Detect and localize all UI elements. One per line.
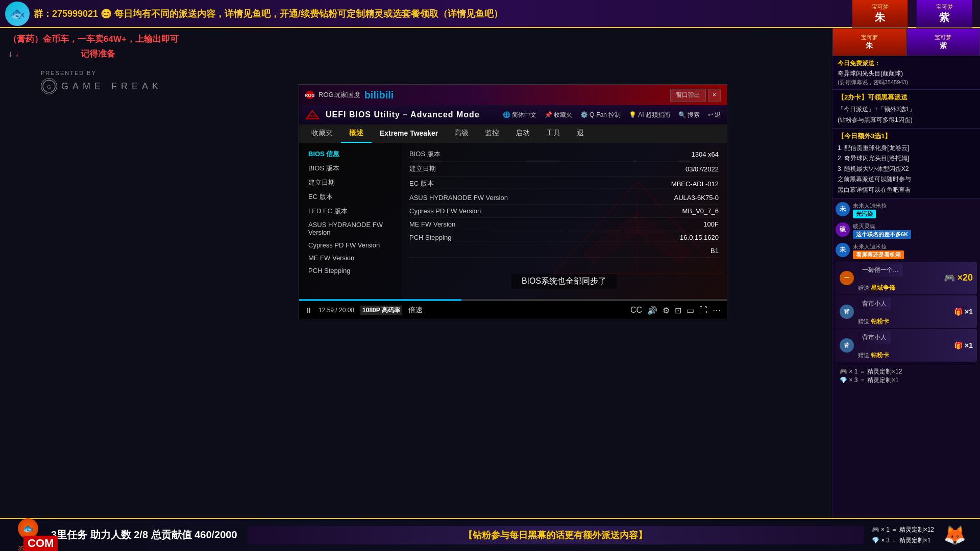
subtitle-icon[interactable]: CC [630, 306, 642, 315]
toolbar-exit[interactable]: ↩ 退 [708, 111, 721, 119]
toolbar-language[interactable]: 🌐 简体中文 [503, 111, 536, 119]
nav-boot[interactable]: 启动 [507, 124, 538, 143]
chat-avatar-2: 破 [836, 222, 850, 237]
poke-red-name: 朱 [866, 41, 873, 51]
nav-advanced[interactable]: 高级 [446, 124, 477, 143]
sidebar-bios-info[interactable]: BIOS 信息 [303, 147, 397, 161]
sidebar-me-fw[interactable]: ME FW Version [303, 252, 397, 264]
announcement-area: （膏药）金币车，一车卖64W+，上输出即可 ↓ ↓ 记得准备 [0, 28, 832, 65]
chat-badge-3: 看屏幕还是看机箱 [853, 251, 904, 259]
chat-message-2: 破 破灭灵魂 这个联名的差不多6K [836, 221, 977, 240]
video-progress-bar[interactable] [299, 299, 727, 301]
ctrl-icons: CC 🔊 ⚙ ⊡ ▭ ⛶ ⋯ [630, 306, 721, 315]
announcement-line1: （膏药）金币车，一车卖64W+，上输出即可 [8, 32, 824, 46]
sidebar-hydranode[interactable]: ASUS HYDRANODE FW Version [303, 218, 397, 239]
play-pause-btn[interactable]: ⏸ [305, 306, 312, 314]
poke-red-card: 宝可梦 朱 [832, 28, 906, 56]
gift-avatar-1: 一 [840, 271, 854, 285]
sidebar-build-date[interactable]: 建立日期 [303, 176, 397, 190]
poke-purple-card: 宝可梦 紫 [906, 28, 981, 56]
gift-msg-3: 背 背市小人 赠送 钻粉卡 🎁 ×1 [836, 329, 977, 362]
pokemon-card-purple: 宝可梦 紫 [914, 0, 975, 28]
bonus-item-3: 3. 随机最大\小体型闪蛋X2 [838, 164, 975, 174]
bottom-character-icon: 🦊 [939, 520, 970, 550]
pokemon-header-cards: 宝可梦 朱 宝可梦 紫 [832, 28, 980, 56]
right-panel: 宝可梦 朱 宝可梦 紫 今日免费派送： 奇异球闪光头目(颠颠球) (要领弹幕说，… [832, 28, 980, 518]
close-btn[interactable]: × [708, 89, 721, 102]
bios-main-panel: BIOS 版本 1304 x64 建立日期 03/07/2022 EC 版本 M… [401, 143, 727, 299]
bottom-reward-1: 🎮 × 1 ＝ 精灵定制×12 [872, 525, 934, 534]
gift-avatar-3: 背 [840, 338, 854, 353]
reward-line-2: 💎 × 3 ＝ 精灵定制×1 [840, 376, 973, 385]
volume-icon[interactable]: 🔊 [647, 306, 657, 315]
fullscreen-icon[interactable]: ⛶ [699, 306, 707, 315]
gift-icon-2: 🎁 ×1 [954, 308, 973, 316]
pip-icon[interactable]: ⊡ [675, 306, 681, 315]
video-quality[interactable]: 1080P 高码率 [360, 306, 402, 315]
nav-overview[interactable]: 概述 [341, 124, 372, 143]
gift-icon-1: 🎮 ×20 [944, 272, 973, 284]
game-freak-icon: G [41, 78, 57, 94]
toolbar-bookmark[interactable]: 📌 收藏夹 [545, 111, 572, 119]
gift-msg-1: 一 一砖偿一个… 赠送 星域争锋 🎮 ×20 [836, 262, 977, 294]
free-dispatch-note: (要领弹幕说，密码3545943) [838, 79, 975, 86]
bios-row-ec: EC 版本 MBEC-ADL-012 [409, 177, 719, 191]
presented-by-label: PRESENTED BY [41, 70, 96, 76]
video-progress-fill [299, 299, 461, 301]
video-header: ROG ROG玩家国度 bilibili 窗口弹出 × [299, 85, 727, 105]
card2-name: 紫 [939, 11, 949, 24]
window-popout-btn[interactable]: 窗口弹出 [670, 89, 706, 102]
bonus-item-4: 之前黑幕派送可以随时参与 [838, 174, 975, 184]
nav-favorites[interactable]: 收藏夹 [303, 124, 341, 143]
theater-icon[interactable]: ▭ [687, 306, 694, 315]
sidebar-led-ec[interactable]: LED EC 版本 [303, 204, 397, 218]
announcement-arrows: ↓ ↓ [8, 47, 19, 61]
gift-icon-3: 🎁 ×1 [954, 341, 973, 349]
nav-exit[interactable]: 退 [569, 124, 592, 143]
chat-user-1: 未来人迪米拉 [853, 202, 887, 210]
announcement-line2: 记得准备 [81, 47, 115, 61]
com-label: COM [23, 536, 58, 551]
svg-text:ROG: ROG [305, 93, 314, 98]
bios-content: BIOS 信息 BIOS 版本 建立日期 EC 版本 LED EC 版本 ASU… [299, 143, 727, 299]
reward-line-1: 🎮 × 1 ＝ 精灵定制×12 [840, 367, 973, 376]
sidebar-pch[interactable]: PCH Stepping [303, 264, 397, 277]
sidebar-cypress[interactable]: Cypress PD FW Version [303, 239, 397, 252]
channel-name: ROG玩家国度 [318, 90, 360, 99]
sidebar-bios-version[interactable]: BIOS 版本 [303, 161, 397, 176]
bios-row-mefw: ME FW Version 100F [409, 218, 719, 231]
toolbar-qfan[interactable]: ⚙️ Q-Fan 控制 [580, 111, 621, 119]
free-dispatch-section: 今日免费派送： 奇异球闪光头目(颠颠球) (要领弹幕说，密码3545943) [832, 56, 980, 90]
bios-row-builddate: 建立日期 03/07/2022 [409, 162, 719, 177]
top-banner: 🐟 群：275999021 😊 每日均有不同的派送内容，详情见鱼吧，开通/续费钻… [0, 0, 980, 28]
svg-text:ROG: ROG [308, 114, 317, 118]
gift-qty-2: ×1 [965, 308, 973, 316]
card1-name: 朱 [875, 11, 885, 24]
nav-monitor[interactable]: 监控 [477, 124, 507, 143]
gift-msg-2: 背 背市小人 赠送 钻粉卡 🎁 ×1 [836, 295, 977, 328]
nav-extreme[interactable]: Extreme Tweaker [372, 124, 446, 143]
bios-row-biosver: BIOS 版本 1304 x64 [409, 147, 719, 162]
nav-tools[interactable]: 工具 [538, 124, 569, 143]
promo-text: 【钻粉参与每日黑幕的话更有额外派送内容】 [463, 530, 647, 540]
settings-icon[interactable]: ⚙ [663, 306, 670, 315]
bios-sidebar: BIOS 信息 BIOS 版本 建立日期 EC 版本 LED EC 版本 ASU… [299, 143, 401, 299]
bonus-title: 【今日额外3选1】 [838, 132, 975, 141]
sidebar-ec-version[interactable]: EC 版本 [303, 190, 397, 204]
bios-toolbar[interactable]: 🌐 简体中文 📌 收藏夹 ⚙️ Q-Fan 控制 💡 AI 超频指南 🔍 搜索 … [503, 111, 721, 119]
toolbar-search[interactable]: 🔍 搜索 [678, 111, 700, 119]
free-dispatch-item: 奇异球闪光头目(颠颠球) [838, 69, 975, 79]
toolbar-ai[interactable]: 💡 AI 超频指南 [629, 111, 670, 119]
video-time: 12:59 / 20:08 [318, 307, 354, 314]
more-icon[interactable]: ⋯ [713, 306, 721, 315]
video-container: ROG ROG玩家国度 bilibili 窗口弹出 × [299, 84, 727, 518]
pokemon-card-red: 宝可梦 朱 [849, 0, 911, 28]
rog-logo: ROG [305, 110, 320, 120]
poke-purple-label: 宝可梦 [935, 34, 951, 41]
bios-subtitle: BIOS系统也全部同步了 [511, 274, 617, 289]
mission-text: 3里任务 助力人数 2/8 总贡献值 460/2000 [51, 528, 237, 542]
bonus-picks-section: 【今日额外3选1】 1. 配信贵重球化身[龙卷云] 2. 奇异球闪光头目[洛托姆… [832, 129, 980, 198]
speed-btn[interactable]: 倍速 [408, 306, 423, 315]
chat-message-1: 未 未来人迪米拉 光污染 [836, 201, 977, 220]
window-controls: 窗口弹出 × [670, 89, 721, 102]
